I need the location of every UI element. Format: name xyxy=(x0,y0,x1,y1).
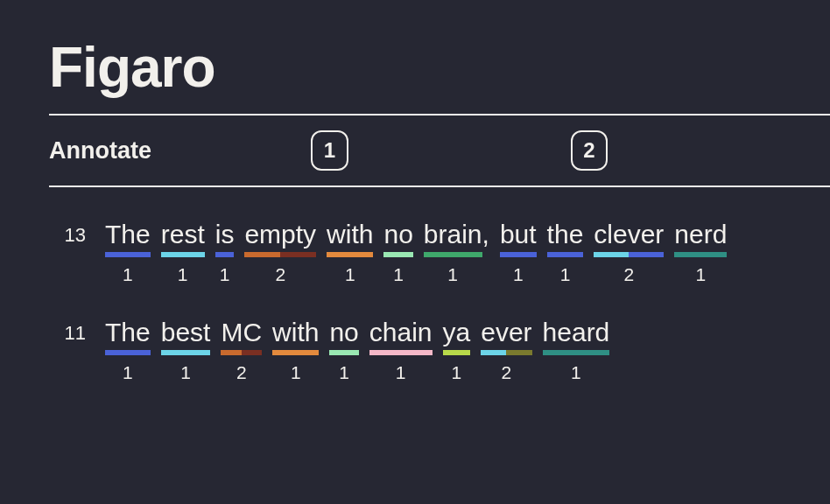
word-text: nerd xyxy=(674,219,727,250)
syllable-count: 2 xyxy=(275,264,285,285)
words-row: The1best1MC2with1no1chain1ya1ever2heard1 xyxy=(105,317,620,383)
word[interactable]: is1 xyxy=(215,219,235,285)
syllable-underline xyxy=(105,350,151,355)
word[interactable]: no1 xyxy=(329,317,358,383)
word-text: with xyxy=(272,317,319,348)
word[interactable]: best1 xyxy=(161,317,211,383)
line-number: 13 xyxy=(49,219,105,247)
underline-segment xyxy=(280,252,316,257)
word-text: brain xyxy=(424,219,482,250)
nav-bar: Annotate 1 2 xyxy=(49,116,830,186)
underline-segment xyxy=(105,350,151,355)
underline-segment xyxy=(105,252,151,257)
word[interactable]: The1 xyxy=(105,219,151,285)
syllable-underline xyxy=(327,252,373,257)
syllable-underline xyxy=(369,350,433,355)
nav-label: Annotate xyxy=(49,137,311,164)
word-text: ever xyxy=(481,317,531,348)
word-text: MC xyxy=(221,317,262,348)
line-number: 11 xyxy=(49,317,105,345)
word[interactable]: The1 xyxy=(105,317,151,383)
syllable-count: 1 xyxy=(396,362,406,383)
underline-segment xyxy=(506,350,531,355)
word[interactable]: heard1 xyxy=(543,317,610,383)
word-text: no xyxy=(329,317,358,348)
syllable-count: 1 xyxy=(393,264,404,285)
syllable-underline xyxy=(481,350,531,355)
lines-container: 13The1rest1is1empty2with1no1brain1,but1t… xyxy=(49,187,830,383)
syllable-count: 2 xyxy=(236,362,247,383)
syllable-count: 1 xyxy=(571,362,581,383)
lyric-line: 11The1best1MC2with1no1chain1ya1ever2hear… xyxy=(49,317,830,383)
word-text: The xyxy=(105,317,151,348)
syllable-count: 1 xyxy=(447,264,458,285)
word[interactable]: clever2 xyxy=(594,219,664,285)
syllable-count: 1 xyxy=(291,362,301,383)
underline-segment xyxy=(369,350,433,355)
underline-segment xyxy=(443,350,471,355)
word[interactable]: empty2 xyxy=(244,219,316,285)
word-text: best xyxy=(161,317,211,348)
underline-segment xyxy=(327,252,373,257)
nav-button-2[interactable]: 2 xyxy=(571,130,608,171)
syllable-underline xyxy=(424,252,482,257)
syllable-count: 1 xyxy=(180,362,191,383)
syllable-underline xyxy=(272,350,319,355)
word-text: with xyxy=(327,219,373,250)
underline-segment xyxy=(424,252,482,257)
app-title: Figaro xyxy=(49,35,830,100)
word-text: but xyxy=(500,219,537,250)
syllable-count: 1 xyxy=(345,264,355,285)
word[interactable]: ya1 xyxy=(443,317,471,383)
syllable-underline xyxy=(594,252,664,257)
underline-segment xyxy=(481,350,506,355)
word[interactable]: no1 xyxy=(383,219,412,285)
word[interactable]: chain1 xyxy=(369,317,433,383)
syllable-count: 1 xyxy=(696,264,707,285)
syllable-underline xyxy=(383,252,412,257)
underline-segment xyxy=(215,252,235,257)
word-text: the xyxy=(547,219,584,250)
word-text: empty xyxy=(244,219,316,250)
syllable-underline xyxy=(543,350,610,355)
syllable-count: 1 xyxy=(513,264,524,285)
word[interactable]: but1 xyxy=(500,219,537,285)
syllable-underline xyxy=(443,350,471,355)
syllable-underline xyxy=(105,252,151,257)
nav-button-1[interactable]: 1 xyxy=(311,130,348,171)
word-text: clever xyxy=(594,219,664,250)
word[interactable]: rest1 xyxy=(161,219,205,285)
underline-segment xyxy=(500,252,537,257)
word-text: is xyxy=(215,219,235,250)
word[interactable]: nerd1 xyxy=(674,219,727,285)
punctuation: , xyxy=(482,219,489,250)
word-text: rest xyxy=(161,219,205,250)
syllable-underline xyxy=(161,350,211,355)
word[interactable]: with1 xyxy=(327,219,373,285)
word[interactable]: with1 xyxy=(272,317,319,383)
syllable-underline xyxy=(161,252,205,257)
underline-segment xyxy=(221,350,241,355)
word-text: ya xyxy=(443,317,471,348)
syllable-count: 1 xyxy=(452,362,462,383)
word[interactable]: ever2 xyxy=(481,317,531,383)
syllable-underline xyxy=(329,350,358,355)
underline-segment xyxy=(594,252,629,257)
syllable-underline xyxy=(500,252,537,257)
lyric-line: 13The1rest1is1empty2with1no1brain1,but1t… xyxy=(49,219,830,285)
words-row: The1rest1is1empty2with1no1brain1,but1the… xyxy=(105,219,737,285)
syllable-underline xyxy=(674,252,727,257)
word[interactable]: brain1 xyxy=(424,219,482,285)
syllable-count: 2 xyxy=(502,362,512,383)
syllable-count: 1 xyxy=(123,362,133,383)
syllable-underline xyxy=(547,252,584,257)
underline-segment xyxy=(244,252,280,257)
underline-segment xyxy=(383,252,412,257)
word[interactable]: MC2 xyxy=(221,317,262,383)
underline-segment xyxy=(161,252,205,257)
underline-segment xyxy=(242,350,262,355)
underline-segment xyxy=(161,350,211,355)
underline-segment xyxy=(547,252,584,257)
syllable-underline xyxy=(215,252,235,257)
word[interactable]: the1 xyxy=(547,219,584,285)
